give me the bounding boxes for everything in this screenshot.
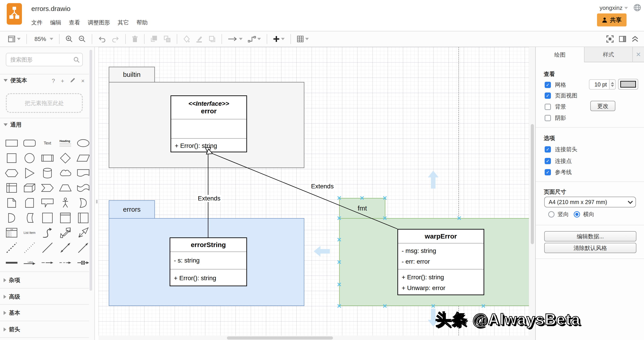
clear-default-style-button[interactable]: 清除默认风格 xyxy=(544,243,636,253)
grid-color-button[interactable] xyxy=(618,79,638,90)
shadow-checkbox-row[interactable]: 阴影 xyxy=(545,114,566,122)
menu-view[interactable]: 查看 xyxy=(69,19,80,26)
menu-file[interactable]: 文件 xyxy=(31,19,42,26)
drawing-canvas[interactable]: builtin errors fmt <<Interface>> error +… xyxy=(98,47,536,340)
collapse-toolbar-button[interactable] xyxy=(629,33,641,45)
fullscreen-button[interactable] xyxy=(604,33,616,45)
section-basic[interactable]: 基本 xyxy=(4,309,20,316)
grid-checkbox-row[interactable]: ✓ 网格 xyxy=(545,81,566,89)
class-warpError[interactable]: warpError - msg: string - err: error + E… xyxy=(398,229,484,295)
class-error[interactable]: <<Interface>> error + Error(): string xyxy=(170,95,247,152)
menu-arrange[interactable]: 调整图形 xyxy=(88,19,110,26)
shape-data-storage[interactable] xyxy=(20,210,38,225)
package-fmt-tab[interactable]: fmt xyxy=(339,198,385,219)
line-color-button[interactable] xyxy=(193,33,206,45)
shape-bidirectional-connector[interactable] xyxy=(56,240,74,255)
shape-list[interactable]: ListItem 1Item 2Item 3 xyxy=(3,225,20,240)
shape-process[interactable] xyxy=(38,151,56,166)
edit-data-button[interactable]: 编辑数据... xyxy=(544,231,636,241)
shape-connector-label[interactable] xyxy=(38,255,56,270)
shape-rounded-rectangle[interactable] xyxy=(20,136,38,151)
package-errors-tab[interactable]: errors xyxy=(109,200,155,219)
shape-triangle[interactable] xyxy=(20,166,38,181)
guides-row[interactable]: ✓ 参考线 xyxy=(545,168,572,176)
shape-rectangle[interactable] xyxy=(3,136,20,151)
shape-and[interactable] xyxy=(3,210,20,225)
hint-arrow-left-icon[interactable] xyxy=(314,246,330,257)
shape-label-arrow[interactable]: Label xyxy=(20,255,38,270)
shape-list-item[interactable]: List Item xyxy=(20,225,38,240)
class-errorString[interactable]: errorString - s: string + Error(): strin… xyxy=(170,237,247,286)
shape-heading[interactable]: Heading xyxy=(56,136,74,151)
fill-color-button[interactable] xyxy=(180,33,193,45)
shape-actor[interactable] xyxy=(56,196,74,211)
scratchpad-edit-icon[interactable] xyxy=(70,78,76,85)
menu-edit[interactable]: 编辑 xyxy=(50,19,61,26)
landscape-radio-row[interactable]: 横向 xyxy=(574,211,594,218)
canvas-hscroll-thumb[interactable] xyxy=(227,336,333,339)
checkbox-checked-icon[interactable]: ✓ xyxy=(545,169,551,175)
shape-cloud[interactable] xyxy=(56,166,74,181)
shape-card[interactable] xyxy=(20,196,38,211)
checkbox-checked-icon[interactable]: ✓ xyxy=(545,93,551,99)
undo-button[interactable] xyxy=(95,33,109,45)
zoom-level[interactable]: 85% xyxy=(30,36,47,43)
table-button[interactable] xyxy=(294,33,312,45)
user-menu[interactable]: yongxinz xyxy=(600,5,628,12)
scratchpad-add-icon[interactable]: + xyxy=(61,78,64,85)
search-input[interactable] xyxy=(6,53,83,66)
search-icon[interactable] xyxy=(74,57,80,65)
delete-button[interactable] xyxy=(129,33,141,45)
zoom-dropdown-icon[interactable] xyxy=(50,38,53,40)
hint-arrow-up-icon[interactable] xyxy=(428,171,438,189)
zoom-in-button[interactable] xyxy=(63,33,76,45)
shape-callout[interactable] xyxy=(38,196,56,211)
waypoints-button[interactable] xyxy=(245,33,264,45)
checkbox-checked-icon[interactable]: ✓ xyxy=(545,146,551,153)
checkbox-checked-icon[interactable]: ✓ xyxy=(545,158,551,164)
connection-arrows-row[interactable]: ✓ 连接箭头 xyxy=(545,146,577,153)
language-globe-icon[interactable] xyxy=(633,4,641,14)
shape-curve[interactable] xyxy=(38,225,56,240)
format-panel-toggle-button[interactable] xyxy=(616,33,629,45)
redo-button[interactable] xyxy=(109,33,122,45)
shape-dotted-line[interactable] xyxy=(20,240,38,255)
edge-label-extends-2[interactable]: Extends xyxy=(310,183,335,190)
shape-container[interactable] xyxy=(38,210,56,225)
portrait-radio-row[interactable]: 竖向 xyxy=(548,211,569,218)
shape-step[interactable] xyxy=(38,181,56,196)
radio-selected-icon[interactable] xyxy=(574,211,580,217)
scratchpad-section[interactable]: 便笺本 xyxy=(4,77,27,84)
shape-cube[interactable] xyxy=(20,181,38,196)
grid-size-input[interactable] xyxy=(589,79,610,90)
shape-line[interactable] xyxy=(38,240,56,255)
background-checkbox-row[interactable]: 背景 xyxy=(545,103,566,110)
shape-link[interactable] xyxy=(3,255,20,270)
shape-hexagon[interactable] xyxy=(3,166,20,181)
section-advanced[interactable]: 高级 xyxy=(4,293,20,300)
shape-internal-storage[interactable] xyxy=(3,181,20,196)
shape-cylinder[interactable] xyxy=(38,166,56,181)
to-front-button[interactable] xyxy=(148,33,161,45)
shape-trapezoid[interactable] xyxy=(56,181,74,196)
shape-text[interactable]: Text xyxy=(38,136,56,151)
sidebar-resize-handle[interactable]: ‖ xyxy=(96,199,98,205)
scratchpad-close-icon[interactable]: × xyxy=(81,78,84,85)
checkbox-unchecked-icon[interactable] xyxy=(545,104,551,110)
page-view-checkbox-row[interactable]: ✓ 页面视图 xyxy=(545,92,577,99)
panel-close-icon[interactable]: ✕ xyxy=(632,47,644,62)
section-general[interactable]: 通用 xyxy=(4,121,22,128)
drawio-logo-icon[interactable] xyxy=(7,3,22,25)
section-misc[interactable]: 杂项 xyxy=(4,276,20,284)
menu-extras[interactable]: 其它 xyxy=(118,19,129,26)
checkbox-checked-icon[interactable]: ✓ xyxy=(545,82,551,88)
change-background-button[interactable]: 更改 xyxy=(590,101,615,111)
shape-note[interactable] xyxy=(3,196,20,211)
shape-square[interactable] xyxy=(3,151,20,166)
grid-size-stepper[interactable] xyxy=(610,79,616,90)
radio-unselected-icon[interactable] xyxy=(548,211,554,217)
section-arrows[interactable]: 箭头 xyxy=(4,326,20,333)
scratchpad-help-icon[interactable]: ? xyxy=(52,78,55,85)
package-builtin-tab[interactable]: builtin xyxy=(109,67,155,82)
tab-diagram[interactable]: 绘图 xyxy=(536,47,584,62)
